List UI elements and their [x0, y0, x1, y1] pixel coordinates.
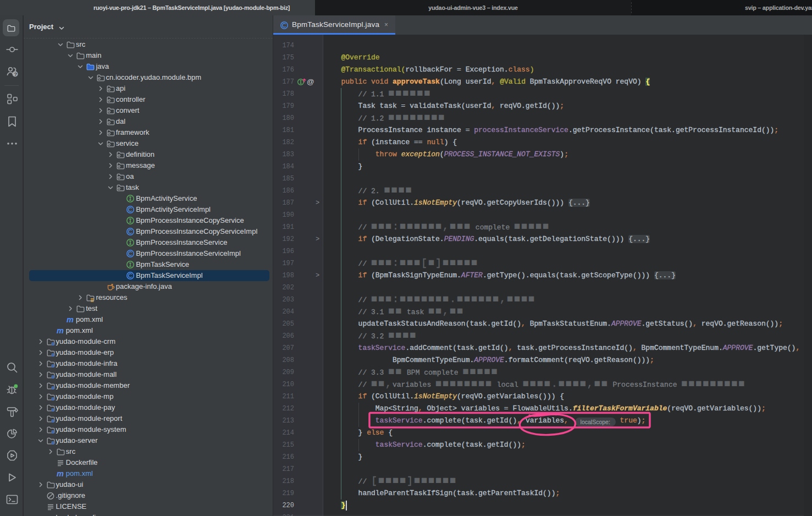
svg-text:m: m — [57, 326, 64, 335]
svg-text:?: ? — [14, 71, 17, 77]
svg-text:m: m — [57, 469, 64, 478]
svg-text:m: m — [67, 315, 74, 324]
